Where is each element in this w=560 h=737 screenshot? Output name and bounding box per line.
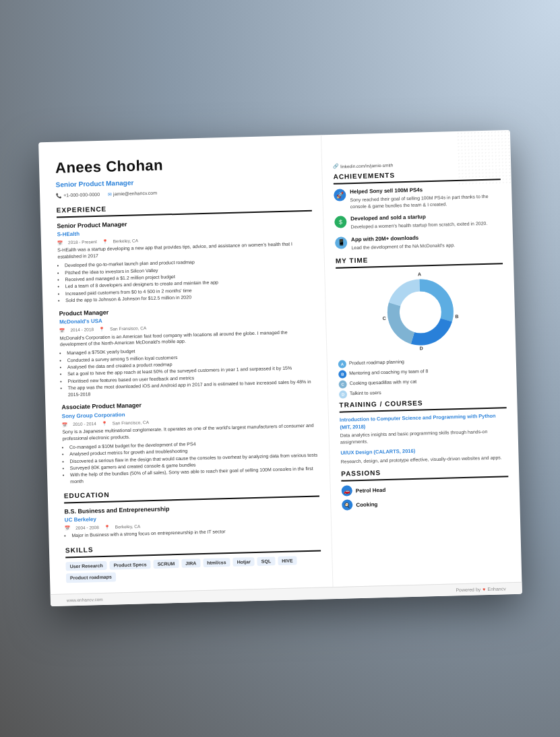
ach-desc-0: Sony reached their goal of selling 100M … bbox=[350, 193, 501, 210]
skill-0: User Research bbox=[65, 561, 106, 571]
job-date-1: 2018 - Present bbox=[67, 239, 96, 246]
edu-location: Berkeley, CA bbox=[115, 523, 140, 530]
left-column: Anees Chohan Senior Product Manager 📞 +1… bbox=[38, 135, 333, 595]
skills-section-title: SKILLS bbox=[65, 540, 320, 558]
time-legend: A Product roadmap planning B Mentoring a… bbox=[338, 356, 505, 399]
job-block-3: Associate Product Manager Sony Group Cor… bbox=[61, 397, 319, 485]
legend-letter-d: D bbox=[338, 391, 346, 399]
training-0: Introduction to Computer Science and Pro… bbox=[339, 413, 507, 445]
job-date-3: 2010 - 2014 bbox=[72, 421, 96, 428]
resume-inner: Anees Chohan Senior Product Manager 📞 +1… bbox=[38, 130, 522, 594]
calendar-icon-1: 📅 bbox=[57, 240, 62, 246]
skill-1: Product Specs bbox=[109, 560, 150, 570]
legend-text-b: Mentoring and coaching my team of 8 bbox=[349, 368, 428, 377]
achievements-section-title: ACHIEVEMENTS bbox=[333, 168, 500, 185]
skill-6: SQL bbox=[257, 556, 275, 566]
passion-text-0: Petrol Head bbox=[355, 486, 385, 494]
donut-center bbox=[405, 298, 435, 328]
linkedin-url: linkedin.com/in/jamie-smith bbox=[340, 162, 393, 170]
job-block-2: Product Manager McDonald's USA 📅 2014 - … bbox=[59, 303, 316, 398]
page-wrapper: Anees Chohan Senior Product Manager 📞 +1… bbox=[0, 0, 560, 737]
location-icon-2: 📍 bbox=[98, 327, 104, 333]
email-item: ✉ jamie@enhancv.com bbox=[107, 190, 156, 198]
passion-icon-0: 🚗 bbox=[341, 486, 352, 496]
training-1: UI/UX Design (CALARTS, 2016) Research, d… bbox=[340, 446, 507, 465]
ach-desc-1: Developed a women's health startup from … bbox=[350, 221, 487, 231]
edu-date: 2004 - 2008 bbox=[75, 525, 98, 532]
legend-letter-b: B bbox=[338, 371, 346, 379]
passions-section-title: PASSIONS bbox=[340, 466, 507, 482]
job-location-1: Berkeley, CA bbox=[113, 238, 138, 245]
email-icon: ✉ bbox=[107, 191, 111, 198]
brand-heart-icon: ♥ bbox=[483, 587, 485, 592]
legend-letter-a: A bbox=[338, 360, 346, 368]
achievement-1: $ Developed and sold a startup Developed… bbox=[334, 212, 502, 231]
calendar-icon-2: 📅 bbox=[59, 327, 65, 333]
calendar-icon-3: 📅 bbox=[61, 422, 67, 428]
skill-8: Product roadmaps bbox=[65, 573, 115, 583]
ach-desc-2: Lead the development of the NA McDonald'… bbox=[351, 242, 455, 251]
enhancv-logo: Powered by ♥ Enhancv bbox=[456, 587, 506, 593]
training-desc-0: Data analytics insights and basic progra… bbox=[340, 428, 507, 445]
brand-name: Enhancv bbox=[487, 587, 505, 592]
edu-calendar-icon: 📅 bbox=[64, 525, 69, 532]
skill-3: JIRA bbox=[181, 558, 200, 569]
donut-chart: A B C D bbox=[379, 271, 462, 354]
education-section-title: EDUCATION bbox=[63, 485, 319, 504]
skill-2: SCRUM bbox=[153, 559, 179, 569]
passion-text-1: Cooking bbox=[356, 501, 377, 509]
legend-letter-c: C bbox=[338, 381, 346, 389]
email-address: jamie@enhancv.com bbox=[113, 190, 156, 197]
passion-1: 🍳 Cooking bbox=[342, 496, 509, 511]
achievement-2: 📱 App with 20M+ downloads Lead the devel… bbox=[334, 232, 502, 251]
skills-grid: User Research Product Specs SCRUM JIRA h… bbox=[65, 556, 321, 584]
footer-website: www.enhancv.com bbox=[66, 598, 102, 603]
phone-icon: 📞 bbox=[56, 193, 62, 199]
job-bullets-3: Co-managed a $10M budget for the develop… bbox=[62, 438, 318, 486]
linkedin-icon: 🔗 bbox=[333, 163, 339, 170]
skill-4: html/css bbox=[203, 558, 230, 568]
donut-chart-container: A B C D bbox=[336, 270, 505, 355]
legend-text-a: Product roadmap planning bbox=[348, 359, 404, 366]
ach-icon-1: $ bbox=[334, 216, 346, 228]
right-column: 🔗 linkedin.com/in/jamie-smith ACHIEVEMEN… bbox=[321, 130, 521, 587]
job-date-2: 2014 - 2018 bbox=[70, 327, 94, 333]
passion-0: 🚗 Petrol Head bbox=[341, 482, 508, 496]
location-icon-3: 📍 bbox=[101, 420, 106, 426]
resume-card: Anees Chohan Senior Product Manager 📞 +1… bbox=[38, 130, 522, 606]
job-block-1: Senior Product Manager S-HEalth 📅 2018 -… bbox=[57, 216, 314, 305]
powered-by-text: Powered by bbox=[456, 587, 480, 593]
skill-7: HIVE bbox=[278, 556, 297, 566]
legend-text-d: Talkint to users bbox=[349, 390, 381, 397]
ach-icon-0: 🚀 bbox=[334, 189, 346, 201]
my-time-section-title: MY TIME bbox=[335, 253, 502, 269]
legend-text-c: Cooking quesadillas with my cat bbox=[349, 379, 416, 387]
donut-label-c: C bbox=[382, 317, 385, 321]
donut-label-b: B bbox=[455, 315, 458, 319]
ach-content-1: Developed and sold a startup Developed a… bbox=[350, 212, 487, 230]
donut-label-d: D bbox=[419, 346, 423, 351]
job-bullets-1: Developed the go-to-market launch plan a… bbox=[57, 256, 313, 305]
phone-number: +1-000-000-0000 bbox=[63, 191, 100, 199]
ach-content-2: App with 20M+ downloads Lead the develop… bbox=[350, 233, 454, 251]
location-icon-1: 📍 bbox=[102, 238, 107, 245]
passion-icon-1: 🍳 bbox=[342, 500, 352, 511]
skill-5: Hotjar bbox=[232, 557, 255, 567]
ach-icon-2: 📱 bbox=[334, 236, 346, 249]
phone-item: 📞 +1-000-000-0000 bbox=[56, 191, 100, 199]
edu-location-icon: 📍 bbox=[104, 524, 109, 530]
linkedin-row: 🔗 linkedin.com/in/jamie-smith bbox=[332, 147, 500, 170]
achievement-0: 🚀 Helped Sony sell 100M PS4s Sony reache… bbox=[334, 185, 501, 211]
job-location-3: San Francisco, CA bbox=[112, 420, 148, 427]
ach-content-0: Helped Sony sell 100M PS4s Sony reached … bbox=[350, 185, 501, 210]
training-section-title: TRAINING / COURSES bbox=[339, 397, 506, 413]
job-bullets-2: Managed a $750K yearly budget Conducted … bbox=[60, 344, 317, 398]
donut-label-a: A bbox=[417, 272, 421, 277]
experience-section-title: EXPERIENCE bbox=[56, 199, 311, 218]
job-location-2: San Fransisco, CA bbox=[109, 325, 146, 333]
